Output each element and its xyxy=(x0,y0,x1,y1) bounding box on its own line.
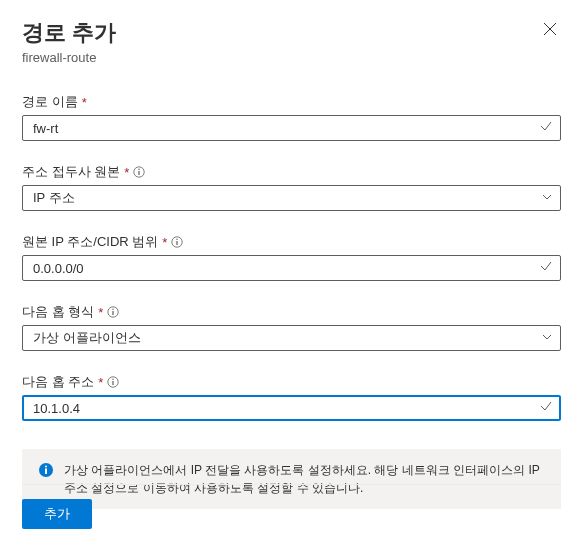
required-indicator: * xyxy=(124,165,129,180)
field-route-name: 경로 이름 * fw-rt xyxy=(22,93,561,141)
page-subtitle: firewall-route xyxy=(22,50,116,65)
route-name-value: fw-rt xyxy=(33,121,58,136)
svg-point-1 xyxy=(139,169,140,170)
panel-footer: 추가 xyxy=(22,484,561,529)
svg-rect-2 xyxy=(139,171,140,175)
svg-point-4 xyxy=(177,239,178,240)
svg-rect-14 xyxy=(45,469,47,475)
field-next-hop-type: 다음 홉 형식 * 가상 어플라이언스 xyxy=(22,303,561,351)
next-hop-addr-input[interactable]: 10.1.0.4 xyxy=(22,395,561,421)
close-icon xyxy=(543,22,557,36)
next-hop-addr-value: 10.1.0.4 xyxy=(33,401,80,416)
info-icon[interactable] xyxy=(107,376,119,388)
page-title: 경로 추가 xyxy=(22,18,116,48)
field-next-hop-addr: 다음 홉 주소 * 10.1.0.4 xyxy=(22,373,561,421)
svg-rect-8 xyxy=(113,311,114,315)
required-indicator: * xyxy=(98,305,103,320)
info-icon[interactable] xyxy=(107,306,119,318)
svg-point-10 xyxy=(113,379,114,380)
required-indicator: * xyxy=(162,235,167,250)
svg-point-7 xyxy=(113,309,114,310)
close-button[interactable] xyxy=(539,18,561,44)
source-cidr-label: 원본 IP 주소/CIDR 범위 xyxy=(22,233,158,251)
source-cidr-input[interactable]: 0.0.0.0/0 xyxy=(22,255,561,281)
field-addr-prefix-source: 주소 접두사 원본 * IP 주소 xyxy=(22,163,561,211)
source-cidr-value: 0.0.0.0/0 xyxy=(33,261,84,276)
addr-prefix-select[interactable]: IP 주소 xyxy=(22,185,561,211)
next-hop-type-select[interactable]: 가상 어플라이언스 xyxy=(22,325,561,351)
addr-prefix-label: 주소 접두사 원본 xyxy=(22,163,120,181)
required-indicator: * xyxy=(98,375,103,390)
required-indicator: * xyxy=(82,95,87,110)
panel-header: 경로 추가 firewall-route xyxy=(22,18,561,65)
svg-rect-5 xyxy=(177,241,178,245)
addr-prefix-value: IP 주소 xyxy=(33,189,75,207)
route-name-label: 경로 이름 xyxy=(22,93,78,111)
next-hop-type-value: 가상 어플라이언스 xyxy=(33,329,141,347)
info-icon xyxy=(38,462,54,483)
svg-rect-11 xyxy=(113,381,114,385)
next-hop-addr-label: 다음 홉 주소 xyxy=(22,373,94,391)
field-source-cidr: 원본 IP 주소/CIDR 범위 * 0.0.0.0/0 xyxy=(22,233,561,281)
svg-point-13 xyxy=(45,466,47,468)
next-hop-type-label: 다음 홉 형식 xyxy=(22,303,94,321)
route-name-input[interactable]: fw-rt xyxy=(22,115,561,141)
info-icon[interactable] xyxy=(133,166,145,178)
add-button[interactable]: 추가 xyxy=(22,499,92,529)
info-icon[interactable] xyxy=(171,236,183,248)
